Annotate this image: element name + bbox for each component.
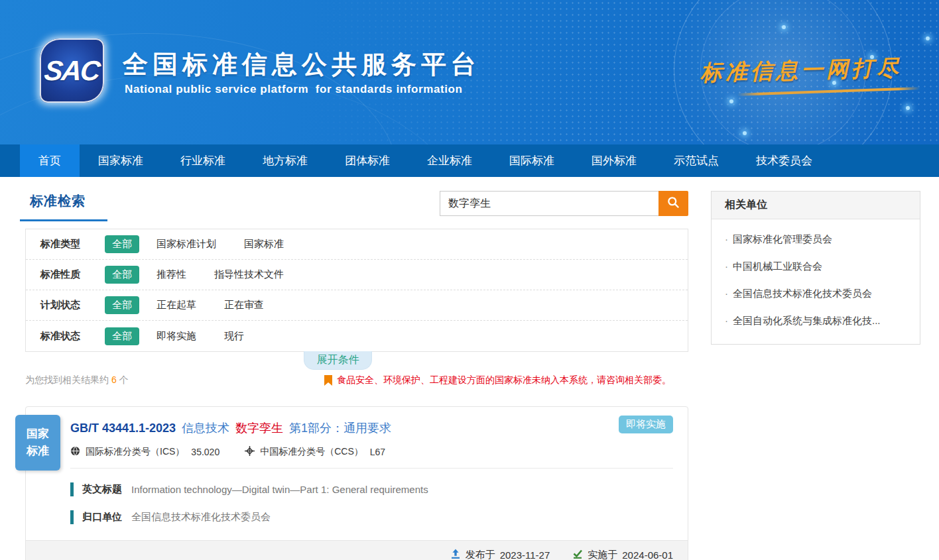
classification-row: 国际标准分类号（ICS） 35.020 中国标准分类号（CCS） L67	[70, 446, 673, 458]
standard-type-badge: 国家 标准	[15, 415, 60, 471]
notice-text: 食品安全、环境保护、工程建设方面的国家标准未纳入本系统，请咨询相关部委。	[337, 374, 671, 386]
filter-row-standard-nature: 标准性质 全部 推荐性 指导性技术文件	[26, 260, 688, 290]
filter-row-standard-status: 标准状态 全部 即将实施 现行	[26, 321, 688, 351]
published-label: 发布于	[466, 549, 495, 560]
filter-all-badge[interactable]: 全部	[105, 266, 139, 284]
filter-option[interactable]: 推荐性	[156, 268, 186, 281]
filter-row-plan-status: 计划状态 全部 正在起草 正在审查	[26, 290, 688, 321]
filter-all-badge[interactable]: 全部	[105, 327, 139, 345]
filter-label: 标准性质	[40, 268, 105, 281]
bookmark-icon	[324, 375, 332, 386]
search-button[interactable]	[658, 191, 688, 216]
ccs-group: 中国标准分类号（CCS） L67	[245, 446, 385, 458]
detail-value: Information technology—Digital twin—Part…	[131, 484, 428, 495]
nav-item-technical-committee[interactable]: 技术委员会	[737, 144, 831, 177]
glow-dot	[743, 131, 747, 135]
related-units-list: ·国家标准化管理委员会 ·中国机械工业联合会 ·全国信息技术标准化技术委员会 ·…	[712, 219, 920, 344]
search-bar	[440, 191, 688, 216]
standard-result-card: 国家 标准 即将实施 GB/T 43441.1-2023 信息技术 数字孪生 第…	[25, 406, 688, 560]
nav-item-national-standards[interactable]: 国家标准	[80, 144, 162, 177]
header-slogan: 标准信息一网打尽	[700, 53, 902, 88]
filter-option[interactable]: 正在审查	[224, 299, 264, 311]
sac-logo[interactable]: SAC	[40, 38, 104, 103]
results-count-number: 6	[109, 374, 119, 385]
ccs-value: L67	[370, 447, 385, 457]
standard-title-link[interactable]: GB/T 43441.1-2023 信息技术 数字孪生 第1部分：通用要求	[70, 420, 673, 436]
results-count: 为您找到相关结果约6个	[25, 374, 129, 386]
implement-check-icon	[572, 549, 583, 560]
nav-item-home[interactable]: 首页	[20, 144, 80, 177]
filter-row-standard-type: 标准类型 全部 国家标准计划 国家标准	[26, 229, 688, 260]
nav-item-foreign-standards[interactable]: 国外标准	[573, 144, 655, 177]
filter-all-badge[interactable]: 全部	[105, 296, 139, 314]
site-header: SAC 全国标准信息公共服务平台 National public service…	[0, 0, 939, 144]
standard-title-highlight: 数字孪生	[235, 420, 283, 436]
related-units-title: 相关单位	[712, 192, 920, 219]
publish-upload-icon	[450, 549, 461, 560]
notice: 食品安全、环境保护、工程建设方面的国家标准未纳入本系统，请咨询相关部委。	[324, 374, 671, 386]
ics-group: 国际标准分类号（ICS） 35.020	[70, 446, 219, 458]
glow-dot	[906, 106, 910, 110]
filter-option[interactable]: 国家标准	[244, 238, 284, 251]
published-date: 2023-11-27	[500, 549, 550, 560]
nav-item-group-standards[interactable]: 团体标准	[326, 144, 408, 177]
filter-label: 标准类型	[40, 238, 105, 251]
filter-option[interactable]: 正在起草	[156, 299, 196, 311]
standard-type-badge-line2: 标准	[15, 443, 60, 460]
filter-option[interactable]: 现行	[224, 330, 244, 343]
nav-item-enterprise-standards[interactable]: 企业标准	[408, 144, 491, 177]
row-marker-bar	[70, 510, 74, 524]
row-marker-bar	[70, 482, 74, 496]
detail-value: 全国信息技术标准化技术委员会	[131, 511, 271, 524]
nav-item-local-standards[interactable]: 地方标准	[244, 144, 326, 177]
glow-dot	[729, 99, 733, 103]
bullet-icon: ·	[725, 288, 728, 299]
implemented-date: 2024-06-01	[622, 549, 673, 560]
filter-option[interactable]: 指导性技术文件	[214, 268, 284, 281]
globe-icon	[70, 446, 80, 458]
bullet-icon: ·	[725, 315, 728, 326]
sidebar-item-machinery-federation[interactable]: ·中国机械工业联合会	[725, 253, 907, 280]
filter-label: 计划状态	[40, 299, 105, 311]
status-badge: 即将实施	[619, 416, 673, 433]
implemented-label: 实施于	[588, 549, 617, 560]
ics-value: 35.020	[191, 447, 219, 457]
nav-item-pilot[interactable]: 示范试点	[655, 144, 737, 177]
published-date-item: 发布于 2023-11-27	[450, 549, 550, 560]
expand-conditions-button[interactable]: 展开条件	[304, 351, 372, 370]
standard-code[interactable]: GB/T 43441.1-2023	[70, 421, 176, 435]
filter-label: 标准状态	[40, 330, 105, 343]
results-row: 为您找到相关结果约6个 食品安全、环境保护、工程建设方面的国家标准未纳入本系统，…	[25, 373, 688, 388]
nav-item-industry-standards[interactable]: 行业标准	[162, 144, 244, 177]
english-title-row: 英文标题 Information technology—Digital twin…	[70, 482, 673, 496]
standard-title-prefix: 信息技术	[182, 420, 229, 436]
related-units-panel: 相关单位 ·国家标准化管理委员会 ·中国机械工业联合会 ·全国信息技术标准化技术…	[711, 191, 920, 345]
sidebar-item-automation-systems-committee[interactable]: ·全国自动化系统与集成标准化技...	[725, 308, 907, 335]
detail-label: 英文标题	[82, 483, 122, 496]
filter-panel: 标准类型 全部 国家标准计划 国家标准 标准性质 全部 推荐性 指导性技术文件 …	[25, 229, 688, 352]
bullet-icon: ·	[725, 233, 728, 245]
sidebar-item-sac[interactable]: ·国家标准化管理委员会	[725, 226, 907, 253]
card-body: GB/T 43441.1-2023 信息技术 数字孪生 第1部分：通用要求 国际…	[26, 407, 688, 524]
filter-option[interactable]: 即将实施	[156, 330, 196, 343]
sac-logo-text: SAC	[43, 55, 101, 87]
standard-type-badge-line1: 国家	[15, 425, 60, 443]
ccs-label: 中国标准分类号（CCS）	[260, 446, 363, 458]
bullet-icon: ·	[725, 260, 728, 272]
main-navigation: 首页 国家标准 行业标准 地方标准 团体标准 企业标准 国际标准 国外标准 示范…	[0, 144, 939, 177]
search-input[interactable]	[440, 191, 658, 216]
filter-option[interactable]: 国家标准计划	[156, 238, 216, 251]
glow-dot	[782, 25, 786, 29]
standard-title-suffix: 第1部分：通用要求	[289, 420, 391, 436]
detail-label: 归口单位	[82, 511, 122, 524]
card-footer: 发布于 2023-11-27 实施于 2024-06-01	[26, 540, 688, 560]
search-icon	[666, 196, 680, 211]
search-section-head: 标准检索	[25, 177, 688, 229]
glow-dot	[926, 36, 930, 40]
filter-all-badge[interactable]: 全部	[105, 235, 139, 253]
nav-item-international-standards[interactable]: 国际标准	[491, 144, 573, 177]
sidebar-item-it-standardization-committee[interactable]: ·全国信息技术标准化技术委员会	[725, 280, 907, 308]
compass-icon	[245, 446, 255, 458]
ics-label: 国际标准分类号（ICS）	[86, 446, 184, 458]
site-subtitle: National public service platform for sta…	[125, 83, 463, 96]
